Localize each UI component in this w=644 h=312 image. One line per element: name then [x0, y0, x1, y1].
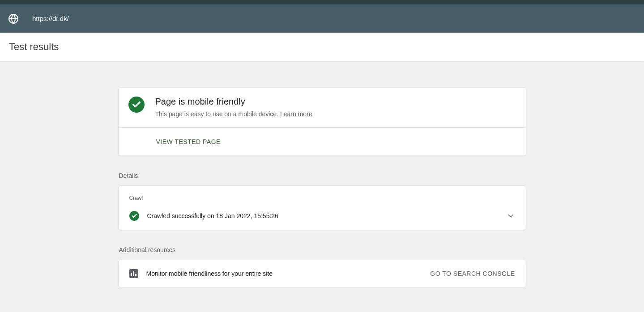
resources-card: Monitor mobile friendliness for your ent…: [118, 260, 526, 287]
result-subtext: This page is easy to use on a mobile dev…: [155, 110, 312, 118]
crawl-label: Crawl: [129, 195, 515, 201]
crawl-status-row[interactable]: Crawled successfully on 18 Jan 2022, 15:…: [129, 211, 515, 221]
monitor-text: Monitor mobile friendliness for your ent…: [146, 270, 431, 277]
url-bar: https://dr.dk/: [0, 4, 644, 33]
top-bar: [0, 0, 644, 4]
result-heading: Page is mobile friendly: [155, 97, 312, 107]
details-section-label: Details: [119, 172, 526, 179]
view-tested-page-button[interactable]: VIEW TESTED PAGE: [156, 138, 221, 145]
content-area: Page is mobile friendly This page is eas…: [0, 61, 644, 287]
crawl-card: Crawl Crawled successfully on 18 Jan 202…: [118, 186, 526, 230]
crawl-success-icon: [129, 211, 139, 221]
go-to-search-console-button[interactable]: GO TO SEARCH CONSOLE: [430, 270, 515, 277]
resources-section-label: Additional resources: [119, 246, 526, 253]
chevron-down-icon[interactable]: [506, 211, 515, 220]
result-card: Page is mobile friendly This page is eas…: [118, 87, 526, 156]
title-bar: Test results: [0, 33, 644, 61]
globe-icon: [8, 13, 19, 24]
page-title: Test results: [9, 41, 59, 53]
crawl-status-text: Crawled successfully on 18 Jan 2022, 15:…: [147, 212, 506, 219]
bar-chart-icon: [129, 269, 138, 278]
tested-url: https://dr.dk/: [32, 15, 69, 22]
learn-more-link[interactable]: Learn more: [280, 110, 312, 118]
success-check-icon: [128, 97, 145, 113]
